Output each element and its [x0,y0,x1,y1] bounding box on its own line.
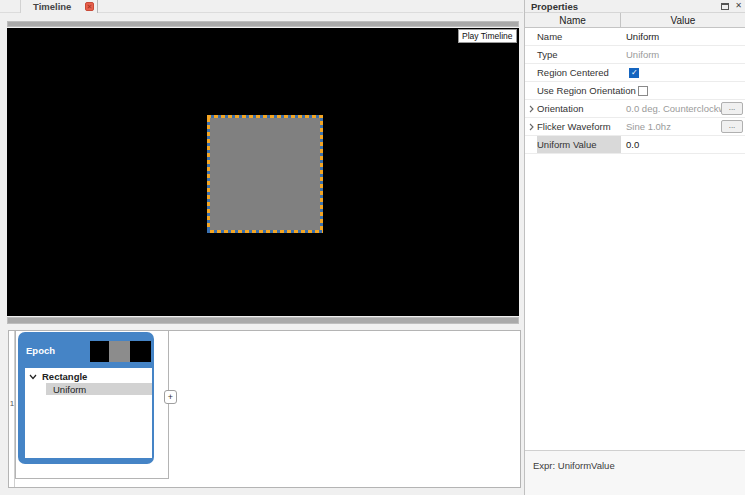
property-row-flicker-waveform[interactable]: Flicker Waveform Sine 1.0hz ... [525,118,745,136]
property-name: Region Centered [537,64,621,81]
timeline-panel: 1 Epoch Rectangle Uniform + [8,330,521,488]
property-name-selected: Uniform Value [537,136,621,153]
canvas-horizontal-scrollbar-bottom[interactable] [7,317,519,324]
epoch-thumbnail [90,341,151,362]
tab-close-icon[interactable]: ✕ [85,2,94,11]
epoch-label: Epoch [26,345,55,356]
property-row-orientation[interactable]: Orientation 0.0 deg. Counterclockwise ..… [525,100,745,118]
flicker-waveform-edit-button[interactable]: ... [721,120,743,133]
uniform-value-field[interactable]: 0.0 [621,136,745,153]
type-value-readonly: Uniform [621,46,745,63]
stimulus-canvas[interactable]: Play Timeline [7,28,519,316]
tree-item-rectangle-label: Rectangle [42,371,87,382]
selection-dash-bottom [207,230,323,233]
tree-item-uniform-label: Uniform [53,384,86,395]
play-timeline-tooltip: Play Timeline [458,29,517,43]
property-name: Type [537,46,621,63]
property-name: Name [537,28,621,45]
stimulus-uniform-fill[interactable] [210,118,320,230]
property-name: Flicker Waveform [537,118,621,135]
properties-header: Properties ✕ [525,0,745,13]
add-epoch-button[interactable]: + [164,390,177,404]
canvas-horizontal-scrollbar-top[interactable] [7,21,519,27]
timeline-track[interactable]: Epoch Rectangle Uniform + [15,330,169,479]
properties-status-bar: Expr: UniformValue [525,450,745,495]
properties-title: Properties [531,1,578,12]
chevron-down-icon [29,374,37,380]
checkmark-icon: ✓ [631,68,638,77]
selection-dash-right [320,118,323,230]
property-row-uniform-value[interactable]: Uniform Value 0.0 [525,136,745,154]
tree-item-rectangle[interactable]: Rectangle [25,370,152,383]
application-window: Timeline ✕ Play Timeline 1 Epoch [0,0,745,495]
properties-panel: Properties ✕ Name Value Name Uniform Typ… [524,0,745,495]
use-region-orientation-checkbox[interactable]: ✓ [638,86,648,96]
property-row-use-region-orientation[interactable]: Use Region Orientation ✓ [525,82,745,100]
orientation-edit-button[interactable]: ... [721,102,743,115]
property-row-type[interactable]: Type Uniform [525,46,745,64]
stimulus-rectangle[interactable] [207,115,323,233]
property-row-name[interactable]: Name Uniform [525,28,745,46]
close-panel-icon[interactable]: ✕ [735,2,742,10]
property-row-region-centered[interactable]: Region Centered ✓ [525,64,745,82]
name-value-field[interactable]: Uniform [621,28,745,45]
column-header-value: Value [621,13,745,27]
epoch-layer-tree: Rectangle Uniform [25,368,152,458]
expand-chevron-icon[interactable] [529,105,534,113]
tab-timeline-label: Timeline [33,1,71,12]
property-name: Orientation [537,100,621,117]
float-panel-icon[interactable] [721,3,729,10]
expression-status-text: Expr: UniformValue [533,460,615,471]
properties-column-headers: Name Value [525,13,745,28]
tab-bar: Timeline ✕ [0,0,523,13]
expand-chevron-icon[interactable] [529,123,534,131]
region-centered-checkbox[interactable]: ✓ [629,68,639,78]
tree-item-uniform[interactable]: Uniform [46,383,152,395]
tab-timeline[interactable]: Timeline ✕ [20,0,98,13]
property-name: Use Region Orientation [537,82,638,99]
epoch-card[interactable]: Epoch Rectangle Uniform [18,332,154,464]
column-header-name: Name [525,13,621,27]
